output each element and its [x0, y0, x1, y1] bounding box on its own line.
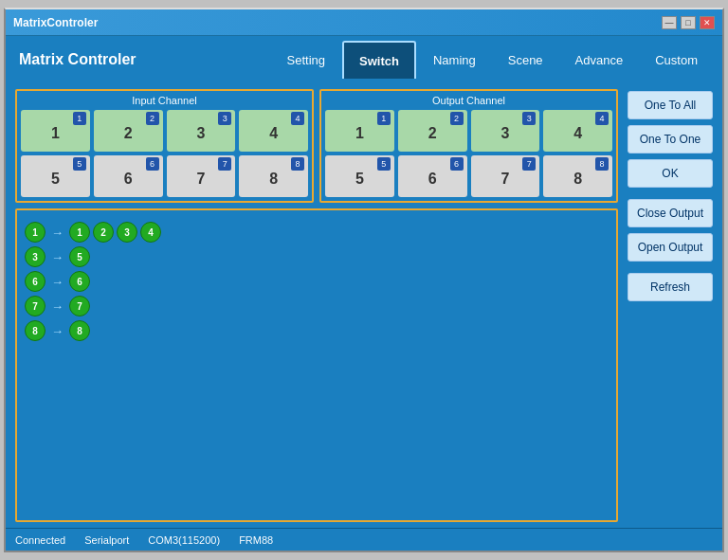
input-label-4: 4: [269, 125, 278, 142]
route-outputs-3: 6: [69, 271, 90, 292]
output-cell-4[interactable]: 4 4: [543, 110, 612, 152]
tab-scene[interactable]: Scene: [493, 41, 558, 79]
close-button[interactable]: ✕: [700, 16, 715, 29]
app-title: Matrix Controler: [15, 51, 136, 68]
output-badge-8: 8: [595, 157, 609, 171]
output-label-3: 3: [500, 125, 509, 142]
output-label-7: 7: [500, 171, 509, 188]
minimize-button[interactable]: —: [662, 16, 677, 29]
input-cell-1[interactable]: 1 1: [21, 110, 90, 152]
one-to-one-button[interactable]: One To One: [628, 125, 713, 154]
tab-switch[interactable]: Switch: [342, 41, 416, 79]
status-serialport: Serialport: [84, 534, 129, 546]
tab-naming[interactable]: Naming: [418, 41, 491, 79]
route-outputs-2: 5: [69, 246, 90, 267]
output-badge-3: 3: [522, 112, 536, 125]
route-arrow-3: →: [51, 275, 64, 289]
window-title: MatrixControler: [13, 16, 98, 29]
input-cell-6[interactable]: 6 6: [94, 155, 163, 197]
refresh-button[interactable]: Refresh: [628, 273, 713, 301]
output-cell-1[interactable]: 1 1: [325, 110, 394, 152]
route-input-4[interactable]: 7: [25, 296, 46, 316]
input-label-3: 3: [196, 125, 205, 142]
input-cell-5[interactable]: 5 5: [21, 155, 90, 197]
route-output-2-1[interactable]: 5: [69, 246, 90, 267]
route-output-4-1[interactable]: 7: [69, 296, 90, 316]
route-output-3-1[interactable]: 6: [69, 271, 90, 292]
output-cell-3[interactable]: 3 3: [471, 110, 540, 152]
output-label-2: 2: [428, 125, 437, 142]
open-output-button[interactable]: Open Output: [628, 233, 713, 262]
input-cell-7[interactable]: 7 7: [167, 155, 236, 197]
input-label-6: 6: [124, 171, 133, 188]
input-badge-3: 3: [218, 112, 231, 125]
routing-row-5: 8 → 8: [25, 320, 609, 341]
routing-row-4: 7 → 7: [25, 296, 609, 316]
route-output-1-4[interactable]: 4: [140, 222, 161, 243]
route-input-1[interactable]: 1: [25, 222, 46, 243]
input-badge-4: 4: [291, 112, 304, 125]
input-cell-8[interactable]: 8 8: [239, 155, 308, 197]
routing-box: 1 → 1 2 3 4 3 → 5: [15, 208, 618, 522]
output-badge-2: 2: [450, 112, 464, 125]
ok-button[interactable]: OK: [628, 159, 713, 188]
input-channel-grid: 1 1 2 2 3 3 4 4: [21, 110, 308, 197]
input-cell-4[interactable]: 4 4: [239, 110, 308, 152]
route-input-2[interactable]: 3: [25, 246, 46, 267]
status-com: COM3(115200): [148, 534, 220, 546]
output-label-8: 8: [573, 171, 582, 188]
input-label-8: 8: [269, 171, 278, 188]
input-label-1: 1: [51, 125, 60, 142]
output-cell-8[interactable]: 8 8: [543, 155, 612, 197]
input-cell-2[interactable]: 2 2: [94, 110, 163, 152]
main-content: Input Channel 1 1 2 2 3 3: [6, 83, 722, 528]
input-label-7: 7: [196, 171, 205, 188]
route-arrow-1: →: [51, 226, 64, 240]
routing-row-3: 6 → 6: [25, 271, 609, 292]
output-channel-grid: 1 1 2 2 3 3 4 4: [325, 110, 612, 197]
channels-row: Input Channel 1 1 2 2 3 3: [15, 89, 618, 203]
output-label-1: 1: [355, 125, 364, 142]
tab-advance[interactable]: Advance: [560, 41, 639, 79]
route-outputs-4: 7: [69, 296, 90, 316]
input-channel-title: Input Channel: [21, 95, 308, 106]
tab-setting[interactable]: Setting: [272, 41, 340, 79]
input-badge-1: 1: [73, 112, 86, 125]
input-label-5: 5: [51, 171, 60, 188]
route-output-1-1[interactable]: 1: [69, 222, 90, 243]
route-output-1-3[interactable]: 3: [117, 222, 137, 243]
input-badge-2: 2: [146, 112, 159, 125]
input-cell-3[interactable]: 3 3: [167, 110, 236, 152]
nav-tabs: Setting Switch Naming Scene Advance Cust…: [272, 36, 713, 83]
output-cell-5[interactable]: 5 5: [325, 155, 394, 197]
route-input-3[interactable]: 6: [25, 271, 46, 292]
route-outputs-5: 8: [69, 320, 90, 341]
one-to-all-button[interactable]: One To All: [628, 91, 713, 119]
input-badge-6: 6: [146, 157, 159, 171]
status-device: FRM88: [239, 534, 273, 546]
route-output-1-2[interactable]: 2: [93, 222, 114, 243]
input-badge-7: 7: [218, 157, 231, 171]
input-badge-5: 5: [73, 157, 86, 171]
route-output-5-1[interactable]: 8: [69, 320, 90, 341]
output-cell-6[interactable]: 6 6: [398, 155, 467, 197]
maximize-button[interactable]: □: [681, 16, 696, 29]
close-output-button[interactable]: Close Output: [628, 199, 713, 227]
output-label-4: 4: [573, 125, 582, 142]
output-cell-2[interactable]: 2 2: [398, 110, 467, 152]
tab-custom[interactable]: Custom: [640, 41, 713, 79]
route-input-5[interactable]: 8: [25, 320, 46, 341]
title-bar: MatrixControler — □ ✕: [6, 9, 722, 36]
output-badge-1: 1: [377, 112, 391, 125]
input-channel-box: Input Channel 1 1 2 2 3 3: [15, 89, 314, 203]
output-cell-7[interactable]: 7 7: [471, 155, 540, 197]
input-label-2: 2: [124, 125, 133, 142]
output-badge-4: 4: [595, 112, 609, 125]
output-label-5: 5: [355, 171, 364, 188]
routing-row-2: 3 → 5: [25, 246, 609, 267]
main-window: MatrixControler — □ ✕ Matrix Controler S…: [4, 8, 724, 552]
route-arrow-4: →: [51, 299, 64, 314]
route-outputs-1: 1 2 3 4: [69, 222, 161, 243]
route-arrow-2: →: [51, 250, 64, 264]
right-panel: One To All One To One OK Close Output Op…: [628, 89, 713, 522]
